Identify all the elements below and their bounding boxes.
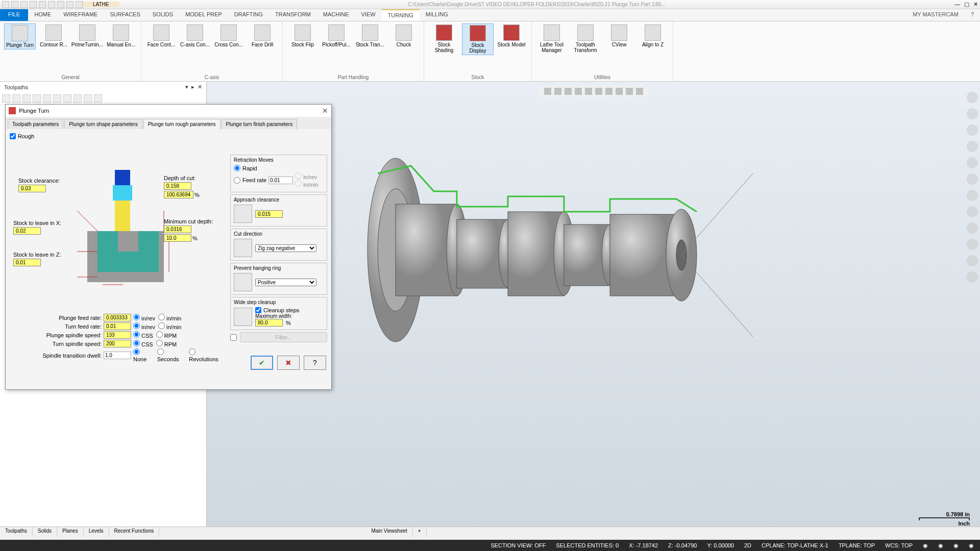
tool-icon[interactable]: [967, 190, 978, 201]
toolbar-icon[interactable]: [43, 94, 51, 103]
tool-icon[interactable]: [967, 239, 978, 250]
stock-display-button[interactable]: Stock Display: [462, 23, 494, 55]
footer-tab-solids[interactable]: Solids: [33, 527, 57, 537]
tool-icon[interactable]: [967, 124, 978, 136]
tool-icon[interactable]: [967, 92, 978, 103]
toolbar-icon[interactable]: [22, 94, 31, 103]
tab-machine[interactable]: MACHINE: [317, 9, 355, 21]
qat-icon[interactable]: [11, 1, 18, 8]
lathe-tool-manager-button[interactable]: Lathe Tool Manager: [536, 23, 568, 54]
pin-icon[interactable]: ▸: [191, 84, 194, 90]
footer-tab-recent[interactable]: Recent Functions: [109, 527, 160, 537]
toolbar-icon[interactable]: [2, 94, 10, 103]
toolbar-icon[interactable]: [616, 88, 623, 95]
dropdown-icon[interactable]: ▾: [185, 84, 188, 90]
add-viewsheet-button[interactable]: +: [413, 527, 427, 537]
status-icon[interactable]: ◉: [938, 542, 943, 549]
contour-r-button[interactable]: Contour R...: [38, 23, 69, 48]
feedrate-radio[interactable]: [234, 177, 240, 184]
toolbar-icon[interactable]: [53, 94, 61, 103]
turn-feed-input[interactable]: [104, 322, 131, 330]
toolbar-icon[interactable]: [565, 88, 572, 95]
tab-modelprep[interactable]: MODEL PREP: [179, 9, 228, 21]
minimize-icon[interactable]: —: [954, 1, 960, 8]
tab-turning[interactable]: TURNING: [382, 9, 420, 21]
tab-transform[interactable]: TRANSFORM: [269, 9, 317, 21]
toolbar-icon[interactable]: [575, 88, 582, 95]
qat-icon[interactable]: [39, 1, 46, 8]
tab-rough-params[interactable]: Plunge turn rough parameters: [143, 119, 220, 129]
toolbar-icon[interactable]: [94, 94, 102, 103]
toolbar-icon[interactable]: [595, 88, 602, 95]
wcs-status[interactable]: WCS: TOP: [885, 542, 913, 548]
close-icon[interactable]: ✕: [198, 84, 202, 90]
plunge-ss-input[interactable]: [104, 331, 131, 339]
turn-ss-input[interactable]: [104, 340, 131, 347]
cleanup-steps-checkbox[interactable]: Cleanup steps: [255, 307, 299, 313]
align-to-z-button[interactable]: Align to Z: [637, 23, 669, 48]
qat-icon[interactable]: [48, 1, 55, 8]
status-icon[interactable]: ◉: [969, 542, 974, 549]
face-drill-button[interactable]: Face Drill: [247, 23, 278, 48]
chuck-button[interactable]: Chuck: [388, 23, 420, 48]
tool-icon[interactable]: [967, 271, 978, 283]
tplane-status[interactable]: TPLANE: TOP: [839, 542, 875, 548]
tab-finish-params[interactable]: Plunge turn finish parameters: [222, 119, 298, 129]
toolpath-transform-button[interactable]: Toolpath Transform: [570, 23, 601, 54]
tool-icon[interactable]: [967, 222, 978, 234]
toolbar-icon[interactable]: [84, 94, 92, 103]
inmin-radio[interactable]: [158, 314, 165, 320]
cut-direction-select[interactable]: Zig zag negative: [255, 244, 316, 252]
depth-of-cut-pct-input[interactable]: [164, 191, 193, 198]
maximize-icon[interactable]: ▢: [964, 1, 969, 8]
rough-checkbox[interactable]: Rough: [10, 133, 327, 139]
stock-clearance-input[interactable]: [18, 185, 46, 192]
tool-icon[interactable]: [967, 173, 978, 185]
toolbar-icon[interactable]: [74, 94, 82, 103]
plunge-turn-button[interactable]: Plunge Turn: [4, 23, 36, 49]
toolbar-icon[interactable]: [554, 88, 561, 95]
dwell-input[interactable]: [104, 352, 131, 359]
help-button[interactable]: ?: [304, 356, 326, 370]
footer-tab-planes[interactable]: Planes: [57, 527, 84, 537]
stock-flip-button[interactable]: Stock Flip: [287, 23, 318, 48]
tool-icon[interactable]: [967, 157, 978, 168]
status-icon[interactable]: ◉: [953, 542, 959, 549]
manual-entry-button[interactable]: Manual En...: [105, 23, 137, 48]
inrev-radio[interactable]: [133, 314, 140, 320]
stock-shading-button[interactable]: Stock Shading: [428, 23, 460, 54]
filter-button[interactable]: Filter...: [240, 332, 327, 342]
qat-icon[interactable]: [2, 1, 9, 8]
face-contour-button[interactable]: Face Cont...: [145, 23, 177, 48]
dim-mode[interactable]: 2D: [744, 542, 751, 548]
depth-of-cut-input[interactable]: [164, 182, 191, 190]
min-cut-depth-pct-input[interactable]: [164, 234, 191, 242]
my-mastercam-link[interactable]: MY MASTERCAM: [906, 9, 965, 21]
max-width-input[interactable]: [255, 319, 283, 327]
tab-wireframe[interactable]: WIREFRAME: [57, 9, 104, 21]
qat-icon[interactable]: [76, 1, 83, 8]
qat-icon[interactable]: [66, 1, 74, 8]
qat-icon[interactable]: [57, 1, 64, 8]
tab-view[interactable]: VIEW: [355, 9, 382, 21]
tab-shape-params[interactable]: Plunge turn shape parameters: [64, 119, 142, 129]
min-cut-depth-input[interactable]: [164, 226, 191, 233]
stock-model-button[interactable]: Stock Model: [496, 23, 527, 48]
close-icon[interactable]: ✕: [322, 107, 328, 115]
toolbar-icon[interactable]: [636, 88, 643, 95]
stock-leave-z-input[interactable]: [13, 259, 41, 266]
approach-clearance-input[interactable]: [255, 210, 283, 218]
tool-icon[interactable]: [967, 108, 978, 119]
caxis-contour-button[interactable]: C-axis Con...: [179, 23, 211, 48]
tab-solids[interactable]: SOLIDS: [146, 9, 179, 21]
tab-file[interactable]: FILE: [0, 9, 28, 21]
pickoff-pull-button[interactable]: Pickoff/Pul...: [321, 23, 352, 48]
tab-milling[interactable]: MILLING: [420, 9, 454, 21]
footer-tab-toolpaths[interactable]: Toolpaths: [0, 527, 33, 537]
section-view-status[interactable]: SECTION VIEW: OFF: [491, 542, 546, 548]
toolbar-icon[interactable]: [544, 88, 551, 95]
toolbar-icon[interactable]: [605, 88, 612, 95]
close-icon[interactable]: ✕: [973, 1, 978, 8]
qat-icon[interactable]: [30, 1, 37, 8]
tab-home[interactable]: HOME: [28, 9, 57, 21]
